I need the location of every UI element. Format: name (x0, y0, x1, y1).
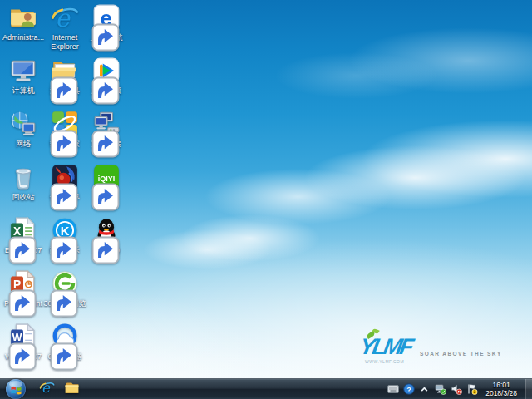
recycle-bin-icon (9, 163, 37, 191)
iqiyi-icon: iQIYI (92, 163, 121, 191)
shortcut-arrow-icon (8, 342, 17, 352)
show-desktop-button[interactable] (525, 379, 532, 399)
start-button[interactable] (6, 379, 26, 399)
powerpoint-icon: P (9, 269, 37, 298)
internet-explorer-icon: e (51, 3, 79, 32)
software-manager-icon (51, 110, 79, 138)
desktop-icon-software-manager[interactable]: 软件管家 (43, 110, 86, 149)
clock-date: 2018/3/28 (485, 389, 517, 397)
nav-e-icon: e (92, 3, 121, 32)
windows-flag-icon (10, 383, 22, 396)
desktop-icon-broadband-connection[interactable]: 宽带连接 (85, 110, 128, 149)
network-status-icon[interactable] (434, 383, 446, 396)
computer-icon (9, 57, 37, 85)
desktop-icon-excel-2007[interactable]: XExcel 2007 (2, 216, 45, 255)
desktop-icon-legend-world[interactable]: 传奇世界 (43, 163, 86, 202)
shortcut-arrow-icon (50, 183, 59, 192)
word-icon: W (9, 323, 37, 351)
excel-icon: X (9, 216, 37, 244)
shortcut-arrow-icon (91, 130, 101, 139)
help-tray-icon[interactable]: ? (402, 383, 415, 396)
action-center-icon[interactable] (466, 383, 478, 396)
desktop-icon-label: 回收站 (2, 193, 45, 202)
screen: Administra...计算机网络回收站XExcel 2007PPowerPo… (0, 0, 532, 399)
shortcut-arrow-icon (91, 183, 101, 192)
desktop-icon-tencent-qq[interactable]: 腾讯QQ (85, 216, 128, 255)
explorer-folder-icon (64, 380, 80, 399)
wallpaper-logo-tagline: SOAR ABOVE THE SKY (420, 351, 502, 357)
kugou-icon: K (51, 216, 79, 244)
svg-text:?: ? (406, 386, 411, 394)
network-icon (9, 110, 37, 138)
desktop-icon-label: Internet Explorer (43, 33, 86, 51)
desktop-icon-internet-explorer[interactable]: eInternet Explorer (43, 3, 86, 51)
desktop-icon-computer[interactable]: 计算机 (2, 57, 45, 96)
wallpaper-logo: YLMF SOAR ABOVE THE SKY WWW.YLMF.COM (360, 332, 505, 364)
shortcut-arrow-icon (50, 236, 59, 245)
browser-360-icon (51, 269, 79, 298)
desktop-icon-kugou-music[interactable]: K酷狗音乐 (43, 216, 86, 255)
system-tray: ? 16:01 2018/3/28 (387, 379, 532, 399)
tencent-video-icon (92, 57, 121, 85)
taskbar-internet-explorer-button[interactable]: e (34, 379, 59, 399)
shortcut-arrow-icon (50, 342, 59, 352)
qq-icon (92, 216, 121, 244)
desktop-icon-word-2007[interactable]: WWord 2007 (2, 323, 45, 362)
taskbar-clock[interactable]: 16:01 2018/3/28 (485, 381, 517, 397)
desktop-icon-tencent-video[interactable]: 腾讯视频 (85, 57, 128, 96)
tray-icons: ? (387, 383, 478, 396)
desktop-icon-powerpoint-2007[interactable]: PPowerPoint 2007 (2, 269, 45, 317)
desktop-icon-activation-tool[interactable]: 激活工具 (43, 57, 86, 96)
taskbar-pinned-apps: e (26, 379, 84, 399)
shortcut-arrow-icon (91, 236, 101, 245)
shortcut-arrow-icon (8, 236, 17, 245)
desktop-icon-label: 计算机 (2, 86, 45, 96)
qq-browser-icon (51, 323, 79, 351)
desktop-icon-label: Administra... (2, 33, 45, 42)
internet-explorer-icon: e (39, 380, 55, 399)
desktop-icon-360-speed-browser[interactable]: 360极速浏览器 (43, 269, 86, 317)
shortcut-arrow-icon (91, 23, 101, 32)
svg-text:e: e (55, 3, 71, 32)
volume-muted-icon[interactable] (450, 383, 462, 396)
desktop-icon-label: 网络 (2, 140, 45, 149)
shortcut-arrow-icon (50, 76, 59, 86)
clock-time: 16:01 (485, 381, 517, 389)
activation-folder-icon (51, 57, 79, 85)
desktop-wallpaper[interactable]: Administra...计算机网络回收站XExcel 2007PPowerPo… (0, 0, 532, 378)
broadband-icon (92, 110, 121, 138)
desktop-icon-qq-browser[interactable]: QQ浏览器 (43, 323, 86, 362)
legend-game-icon (51, 163, 79, 191)
taskbar-windows-explorer-button[interactable] (59, 379, 84, 399)
shortcut-arrow-icon (8, 289, 17, 298)
taskbar: e ? 16:01 2018/3/28 (0, 378, 532, 399)
input-method-icon[interactable] (387, 383, 399, 396)
show-hidden-icons-button[interactable] (418, 383, 431, 396)
shortcut-arrow-icon (50, 130, 59, 139)
shortcut-arrow-icon (50, 289, 59, 298)
shortcut-arrow-icon (91, 76, 101, 86)
desktop-icon-web-navigation[interactable]: e上网 导航 (85, 3, 128, 42)
user-folder-icon (9, 3, 37, 32)
svg-text:iQIYI: iQIYI (98, 175, 116, 183)
desktop-icon-network[interactable]: 网络 (2, 110, 45, 149)
desktop-icon-iqiyi[interactable]: iQIYI爱奇艺 (85, 163, 128, 202)
desktop-icon-recycle-bin[interactable]: 回收站 (2, 163, 45, 202)
desktop-icon-administrator[interactable]: Administra... (2, 3, 45, 42)
wallpaper-logo-brand: YLMF (357, 332, 413, 361)
